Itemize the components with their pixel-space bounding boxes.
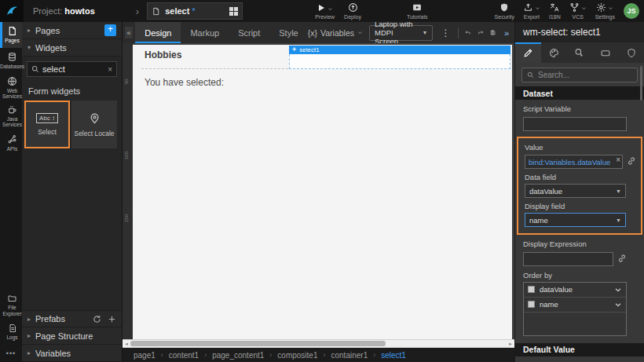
breadcrumb-content1[interactable]: content1 xyxy=(169,351,199,360)
rail-item-web-services[interactable]: Web Services xyxy=(0,74,22,102)
tab-events[interactable] xyxy=(567,42,593,63)
hobbies-label-widget[interactable]: Hobbies xyxy=(141,47,288,69)
settings-button[interactable]: Settings xyxy=(595,2,615,20)
database-icon xyxy=(7,52,17,62)
value-input[interactable] xyxy=(525,155,623,169)
rail-item-java-services[interactable]: Java Services xyxy=(0,102,22,130)
breadcrumb-composite1[interactable]: composite1 xyxy=(277,351,317,360)
tab-styles[interactable] xyxy=(541,42,567,63)
tab-style[interactable]: Style xyxy=(269,22,307,43)
i18n-button[interactable]: I18N xyxy=(549,2,561,20)
chevron-down-icon[interactable] xyxy=(614,286,622,294)
collapsed-arrow-icon: ▸ xyxy=(27,349,31,357)
order-by-row-datavalue[interactable]: dataValue xyxy=(524,283,626,298)
breadcrumb-page-content1[interactable]: page_content1 xyxy=(212,351,264,360)
tab-security[interactable] xyxy=(618,42,644,63)
wavemaker-logo-icon xyxy=(5,4,19,18)
bind-link-icon[interactable] xyxy=(627,156,636,166)
magnifier-star-icon xyxy=(574,48,584,58)
tutorials-button[interactable]: Tutorials xyxy=(407,2,428,20)
tab-design[interactable]: Design xyxy=(135,22,181,43)
undo-icon[interactable] xyxy=(465,27,471,38)
breadcrumb-select1[interactable]: select1 xyxy=(381,351,406,360)
widget-tile-select-locale[interactable]: Select Locale xyxy=(71,101,117,148)
variables-dropdown[interactable]: {x} Variables xyxy=(308,28,363,38)
security-button[interactable]: Security xyxy=(495,2,514,20)
script-variable-input[interactable] xyxy=(523,117,627,131)
bind-link-icon[interactable] xyxy=(617,254,627,263)
vcs-button[interactable]: VCS xyxy=(569,2,587,20)
refresh-icon[interactable] xyxy=(93,315,101,324)
tab-devices[interactable] xyxy=(592,42,618,63)
rail-item-apis[interactable]: APIs xyxy=(0,130,22,156)
widget-search-box[interactable]: × xyxy=(27,61,117,77)
unsaved-marker: * xyxy=(192,7,195,16)
default-value-section-header[interactable]: Default Value xyxy=(515,343,644,357)
rail-item-databases[interactable]: Databases xyxy=(0,48,22,74)
tab-properties[interactable] xyxy=(515,42,541,63)
select1-widget-body[interactable] xyxy=(289,54,510,69)
select1-widget-header[interactable]: + select1 xyxy=(289,46,510,54)
expand-right-panel-button[interactable]: » xyxy=(502,28,511,38)
horizontal-scrollbar[interactable]: ◂ ▸ xyxy=(123,339,514,348)
panel-scrollbar-thumb[interactable] xyxy=(640,66,642,101)
property-search-box[interactable] xyxy=(521,68,638,82)
deploy-button[interactable]: Deploy xyxy=(344,2,361,20)
breadcrumb-page1[interactable]: page1 xyxy=(134,351,156,360)
app-logo[interactable] xyxy=(0,0,24,22)
redo-icon[interactable] xyxy=(478,27,484,38)
display-expression-input[interactable] xyxy=(523,252,613,266)
collapse-left-panel-button[interactable]: « xyxy=(125,27,133,38)
add-prefab-icon[interactable] xyxy=(108,315,116,324)
scroll-left-arrow[interactable]: ◂ xyxy=(123,340,130,347)
widget-search-input[interactable] xyxy=(42,64,104,74)
breadcrumb-separator: › xyxy=(161,351,163,359)
order-by-row-name[interactable]: name xyxy=(524,298,626,313)
chevron-down-icon[interactable] xyxy=(614,301,622,309)
rail-item-pages[interactable]: Pages xyxy=(0,22,22,48)
property-search-input[interactable] xyxy=(538,71,632,79)
prefabs-section-header[interactable]: ▸ Prefabs xyxy=(22,310,122,327)
collapsed-arrow-icon: ▸ xyxy=(27,316,31,323)
display-field-select[interactable]: name ▼ xyxy=(525,213,626,227)
scrollbar-thumb[interactable] xyxy=(130,341,386,346)
page-selector[interactable]: select * xyxy=(147,2,243,20)
tab-markup[interactable]: Markup xyxy=(181,22,229,43)
pages-grid-icon[interactable] xyxy=(229,7,238,16)
more-options-kebab-icon[interactable]: ⋮ xyxy=(439,27,452,38)
page-structure-section-header[interactable]: ▸ Page Structure xyxy=(22,327,122,345)
breadcrumb-separator: › xyxy=(269,351,272,359)
order-by-field: Order by xyxy=(523,271,627,280)
export-button[interactable]: Export xyxy=(523,2,540,20)
page-canvas[interactable]: Hobbies + select1 You have selected: xyxy=(133,45,512,339)
dropdown-caret-icon: ▼ xyxy=(422,30,427,35)
palette-icon xyxy=(549,48,559,58)
plus-icon: + xyxy=(292,46,296,53)
rail-item-file-explorer[interactable]: File Explorer xyxy=(0,291,22,319)
dataset-section-header[interactable]: Dataset xyxy=(515,86,644,100)
add-page-button[interactable]: + xyxy=(104,24,116,36)
rail-more-dots-icon[interactable]: ••• xyxy=(0,345,22,362)
data-field-select[interactable]: dataValue ▼ xyxy=(525,184,626,198)
pages-section-header[interactable]: ▸ Pages + xyxy=(22,22,122,39)
select1-widget[interactable]: + select1 xyxy=(289,46,510,69)
checkbox[interactable] xyxy=(528,286,535,293)
project-name: howtos xyxy=(64,6,95,16)
widget-tile-select[interactable]: Abc↕ Select xyxy=(24,101,70,148)
save-icon[interactable] xyxy=(490,27,496,38)
folder-icon xyxy=(7,294,17,303)
widgets-section-header[interactable]: ▾ Widgets xyxy=(22,39,122,57)
rail-item-logs[interactable]: Logs xyxy=(0,319,22,345)
device-selector[interactable]: Laptop with MDPI Screen ▼ xyxy=(369,25,433,41)
tab-script[interactable]: Script xyxy=(229,22,269,43)
variables-section-header[interactable]: ▸ Variables xyxy=(22,345,122,362)
clear-value-icon[interactable]: × xyxy=(616,155,620,164)
preview-button[interactable]: Preview xyxy=(315,3,335,20)
checkbox[interactable] xyxy=(528,301,535,308)
scroll-right-arrow[interactable]: ▸ xyxy=(507,340,514,347)
user-avatar[interactable]: JS xyxy=(624,3,639,19)
clear-search-icon[interactable]: × xyxy=(108,65,112,74)
breadcrumb-container1[interactable]: container1 xyxy=(331,351,368,360)
device-icon xyxy=(600,48,611,58)
chevron-down-icon xyxy=(581,5,587,11)
